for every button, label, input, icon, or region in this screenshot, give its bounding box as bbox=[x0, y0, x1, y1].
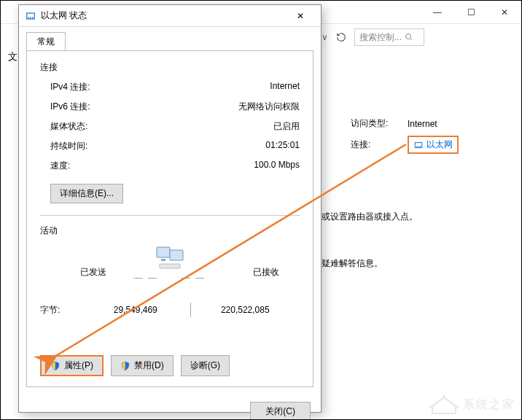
activity-section-title: 活动 bbox=[40, 225, 300, 237]
help-text-2: 疑难解答信息。 bbox=[322, 257, 383, 270]
tab-panel: 连接 IPv4 连接:Internet IPv6 连接:无网络访问权限 媒体状态… bbox=[26, 50, 313, 387]
divider bbox=[40, 215, 300, 216]
connection-rows: IPv4 连接:Internet IPv6 连接:无网络访问权限 媒体状态:已启… bbox=[40, 81, 300, 172]
ethernet-link[interactable]: 以太网 bbox=[408, 136, 459, 154]
media-state-value: 已启用 bbox=[212, 120, 300, 133]
breadcrumb-chev-icon[interactable]: ∨ bbox=[322, 32, 328, 42]
svg-rect-10 bbox=[157, 247, 170, 257]
disable-button-label: 禁用(D) bbox=[134, 359, 164, 372]
sent-label: 已发送 bbox=[80, 266, 106, 279]
connections-label: 连接: bbox=[351, 139, 400, 151]
access-type-label: 访问类型: bbox=[351, 117, 400, 130]
shield-icon bbox=[50, 361, 61, 371]
speed-value: 100.0 Mbps bbox=[212, 160, 300, 172]
refresh-icon[interactable] bbox=[332, 28, 350, 46]
svg-line-1 bbox=[410, 39, 413, 41]
details-button[interactable]: 详细信息(E)... bbox=[50, 184, 123, 203]
watermark-text: 系统之家 bbox=[463, 397, 515, 413]
connection-section-title: 连接 bbox=[40, 61, 300, 74]
shield-icon bbox=[120, 361, 130, 371]
svg-rect-12 bbox=[161, 259, 165, 261]
received-label: 已接收 bbox=[253, 266, 279, 279]
speed-label: 速度: bbox=[50, 160, 212, 172]
properties-button-label: 属性(P) bbox=[64, 359, 93, 372]
bytes-sent-value: 29,549,469 bbox=[81, 305, 190, 315]
bytes-recv-value: 220,522,085 bbox=[191, 305, 300, 315]
ipv4-label: IPv4 连接: bbox=[50, 81, 212, 93]
svg-rect-13 bbox=[160, 264, 180, 268]
tab-strip: 常规 bbox=[26, 31, 313, 50]
action-buttons: 属性(P) 禁用(D) 诊断(G) bbox=[40, 355, 230, 376]
address-bar-area: ∨ 搜索控制... bbox=[322, 24, 515, 50]
menu-fragment: 文 bbox=[8, 50, 17, 63]
search-icon bbox=[405, 33, 413, 42]
svg-point-0 bbox=[406, 34, 411, 39]
maximize-button[interactable]: ☐ bbox=[454, 1, 488, 24]
search-placeholder: 搜索控制... bbox=[359, 31, 402, 44]
dialog-title: 以太网 状态 bbox=[41, 9, 286, 22]
activity-dashes: — — — — bbox=[126, 273, 214, 283]
watermark: 系统之家 bbox=[429, 394, 515, 415]
svg-rect-11 bbox=[170, 250, 183, 260]
ethernet-status-dialog: 以太网 状态 ✕ 常规 连接 IPv4 连接:Internet IPv6 连接:… bbox=[18, 4, 322, 413]
help-text-1: 或设置路由器或接入点。 bbox=[322, 211, 418, 223]
ipv4-value: Internet bbox=[212, 81, 300, 93]
bytes-row: 字节: 29,549,469 220,522,085 bbox=[40, 303, 300, 317]
minimize-button[interactable]: ― bbox=[421, 1, 454, 24]
close-dialog-button[interactable]: 关闭(C) bbox=[250, 402, 311, 421]
dialog-titlebar[interactable]: 以太网 状态 ✕ bbox=[19, 5, 321, 27]
bytes-label: 字节: bbox=[40, 304, 81, 316]
duration-value: 01:25:01 bbox=[212, 140, 300, 152]
ethernet-link-text: 以太网 bbox=[426, 139, 453, 151]
media-state-label: 媒体状态: bbox=[50, 120, 212, 133]
ipv6-value: 无网络访问权限 bbox=[212, 101, 300, 113]
access-type-value: Internet bbox=[408, 119, 437, 129]
search-input[interactable]: 搜索控制... bbox=[354, 28, 424, 46]
diagnose-button-label: 诊断(G) bbox=[190, 359, 220, 372]
close-button[interactable]: ✕ bbox=[488, 1, 521, 24]
duration-label: 持续时间: bbox=[50, 140, 212, 152]
tab-general[interactable]: 常规 bbox=[26, 32, 66, 52]
disable-button[interactable]: 禁用(D) bbox=[111, 355, 174, 376]
watermark-logo-icon bbox=[429, 394, 459, 415]
ethernet-icon bbox=[413, 140, 424, 150]
activity-graphic: 已发送 — — — — 已接收 bbox=[40, 244, 300, 295]
dialog-footer: 关闭(C) bbox=[19, 394, 321, 420]
ipv6-label: IPv6 连接: bbox=[50, 101, 212, 113]
network-info: 访问类型: Internet 连接: 以太网 bbox=[351, 117, 459, 160]
properties-button[interactable]: 属性(P) bbox=[40, 355, 104, 376]
dialog-close-button[interactable]: ✕ bbox=[286, 6, 315, 26]
computers-icon bbox=[155, 246, 184, 271]
ethernet-icon bbox=[25, 10, 36, 22]
diagnose-button[interactable]: 诊断(G) bbox=[181, 355, 230, 376]
